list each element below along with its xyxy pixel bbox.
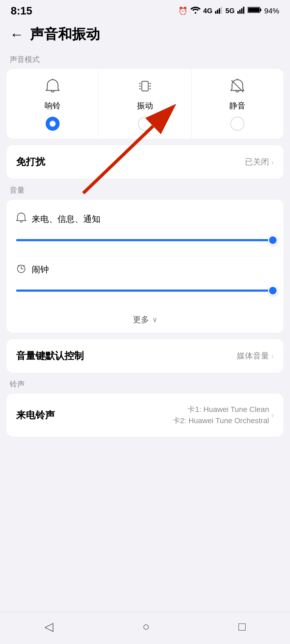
dnd-status-text: 已关闭 bbox=[245, 156, 269, 167]
header: ← 声音和振动 bbox=[0, 20, 290, 52]
back-button[interactable]: ← bbox=[10, 27, 24, 41]
svg-point-0 bbox=[195, 12, 196, 14]
chevron-down-icon: ∨ bbox=[152, 316, 157, 324]
vibrate-icon bbox=[138, 79, 152, 96]
ringtone-card[interactable]: 来电铃声 卡1: Huawei Tune Clean 卡2: Huawei Tu… bbox=[6, 394, 284, 437]
ring-label: 响铃 bbox=[45, 100, 61, 111]
battery-icon bbox=[248, 6, 262, 16]
vibrate-radio[interactable] bbox=[138, 117, 152, 131]
sound-mode-ring[interactable]: 响铃 bbox=[6, 69, 99, 139]
ringtone-section-label: 铃声 bbox=[0, 379, 290, 394]
nav-bar: ◁ ○ □ bbox=[0, 612, 290, 644]
svg-rect-4 bbox=[221, 7, 222, 14]
status-time: 8:15 bbox=[11, 5, 32, 17]
sound-mode-card: 响铃 振动 静音 bbox=[6, 69, 284, 139]
network-4g-icon: 4G bbox=[203, 7, 213, 15]
ring-radio[interactable] bbox=[46, 117, 60, 131]
svg-rect-5 bbox=[237, 11, 239, 14]
signal-icon bbox=[215, 6, 223, 16]
vibrate-label: 振动 bbox=[137, 100, 153, 111]
wifi-icon bbox=[190, 6, 201, 16]
volume-alarm-item: 闹钟 bbox=[16, 257, 274, 307]
alarm-volume-slider[interactable] bbox=[16, 283, 274, 299]
dnd-chevron-right: › bbox=[271, 158, 274, 167]
network-5g-icon: 5G bbox=[225, 7, 235, 15]
ringtone-line1: 卡1: Huawei Tune Clean bbox=[187, 405, 269, 414]
nav-recent-button[interactable]: □ bbox=[238, 620, 246, 633]
volume-key-status: 媒体音量 › bbox=[237, 350, 274, 361]
ring-volume-icon bbox=[16, 213, 26, 226]
more-label: 更多 bbox=[133, 314, 149, 325]
svg-rect-11 bbox=[248, 8, 259, 12]
ringtone-info-text: 卡1: Huawei Tune Clean 卡2: Huawei Tune Or… bbox=[173, 404, 269, 426]
sound-mode-vibrate[interactable]: 振动 bbox=[99, 69, 191, 139]
silent-icon bbox=[230, 79, 245, 96]
signal2-icon bbox=[237, 6, 245, 16]
ringtone-title: 来电铃声 bbox=[16, 409, 55, 422]
svg-rect-8 bbox=[243, 7, 244, 14]
svg-rect-13 bbox=[142, 81, 148, 91]
dnd-card[interactable]: 免打扰 已关闭 › bbox=[6, 145, 284, 179]
page-title: 声音和振动 bbox=[30, 25, 100, 44]
silent-label: 静音 bbox=[229, 100, 245, 111]
volume-section-label: 音量 bbox=[0, 185, 290, 200]
alarm-volume-label: 闹钟 bbox=[32, 264, 49, 276]
battery-percent: 94% bbox=[264, 7, 279, 15]
ringtone-info: 卡1: Huawei Tune Clean 卡2: Huawei Tune Or… bbox=[173, 404, 274, 426]
volume-key-card[interactable]: 音量键默认控制 媒体音量 › bbox=[6, 339, 284, 373]
svg-rect-1 bbox=[215, 11, 216, 14]
nav-back-button[interactable]: ◁ bbox=[44, 620, 53, 633]
nav-home-button[interactable]: ○ bbox=[142, 620, 150, 633]
alarm-volume-icon bbox=[16, 263, 26, 276]
ringtone-chevron: › bbox=[271, 411, 274, 420]
svg-rect-10 bbox=[260, 9, 261, 11]
ring-icon bbox=[46, 79, 60, 96]
sound-mode-silent[interactable]: 静音 bbox=[191, 69, 284, 139]
svg-rect-6 bbox=[239, 10, 241, 14]
alarm-icon: ⏰ bbox=[178, 6, 188, 15]
volume-key-title: 音量键默认控制 bbox=[16, 349, 84, 363]
volume-card: 来电、信息、通知 bbox=[6, 200, 284, 333]
ringtone-line2: 卡2: Huawei Tune Orchestral bbox=[173, 416, 269, 425]
svg-rect-3 bbox=[219, 8, 220, 14]
status-icons: ⏰ 4G 5G bbox=[178, 6, 279, 16]
sound-mode-label: 声音模式 bbox=[0, 54, 290, 69]
volume-key-chevron: › bbox=[271, 352, 274, 361]
dnd-title: 免打扰 bbox=[16, 155, 45, 169]
volume-ring-item: 来电、信息、通知 bbox=[16, 206, 274, 257]
svg-rect-2 bbox=[217, 10, 218, 14]
svg-rect-7 bbox=[241, 8, 242, 14]
volume-key-status-text: 媒体音量 bbox=[237, 350, 269, 361]
ring-volume-slider[interactable] bbox=[16, 232, 274, 248]
status-bar: 8:15 ⏰ 4G 5G bbox=[0, 0, 290, 20]
silent-radio[interactable] bbox=[230, 117, 244, 131]
ring-volume-label: 来电、信息、通知 bbox=[32, 213, 100, 225]
more-button[interactable]: 更多 ∨ bbox=[16, 307, 274, 333]
dnd-status: 已关闭 › bbox=[245, 156, 274, 167]
